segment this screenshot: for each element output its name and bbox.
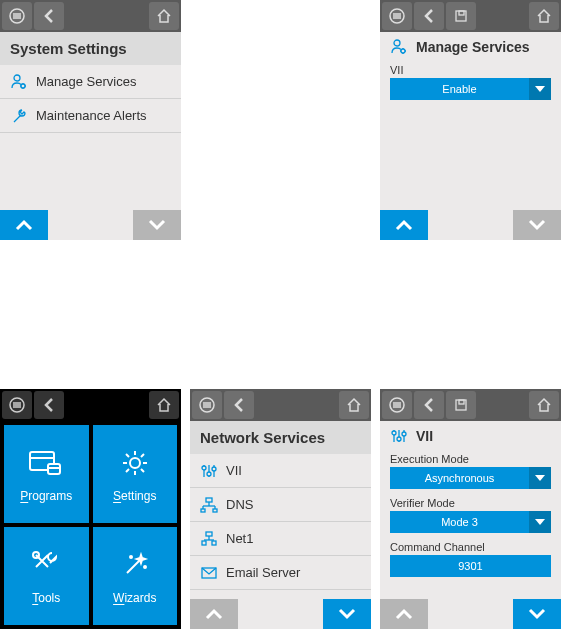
svg-point-25 [394,40,400,46]
chevron-down-icon [529,78,551,100]
settings-list: Manage Services Maintenance Alerts [0,65,181,133]
back-button[interactable] [414,391,444,419]
svg-rect-58 [206,532,212,536]
field-label-command-channel: Command Channel [380,539,561,555]
user-gear-icon [10,73,28,91]
nav-arrows [380,599,561,629]
menu-button[interactable] [2,2,32,30]
back-button[interactable] [224,391,254,419]
nav-down-button[interactable] [513,599,561,629]
field-label-verifier-mode: Verifier Mode [380,495,561,511]
net-node-alt-icon [200,530,218,548]
list-item-net1[interactable]: Net1 [190,522,371,556]
list-item-label: Manage Services [36,74,136,89]
home-button[interactable] [149,2,179,30]
list-item-label: Net1 [226,531,253,546]
svg-point-73 [397,437,401,441]
svg-point-40 [144,566,146,568]
tile-settings[interactable]: Settings [93,425,178,523]
svg-marker-76 [535,475,545,481]
svg-point-50 [212,467,216,471]
svg-rect-24 [459,11,464,15]
back-button[interactable] [34,2,64,30]
list-item-maintenance-alerts[interactable]: Maintenance Alerts [0,99,181,133]
save-button[interactable] [446,2,476,30]
sliders-icon [390,427,408,445]
section-title: System Settings [0,32,181,65]
chevron-down-icon [529,511,551,533]
nav-down-button [513,210,561,240]
list-item-label: Email Server [226,565,300,580]
nav-down-button[interactable] [323,599,371,629]
menu-button[interactable] [192,391,222,419]
command-channel-value[interactable]: 9301 [390,555,551,577]
network-list: VII DNS Net1 Email Server [190,454,371,590]
tile-label-underline: W [113,591,124,605]
menu-button[interactable] [2,391,32,419]
titlebar [190,389,371,421]
svg-rect-56 [201,509,205,512]
list-item-label: VII [226,463,242,478]
tile-label: ools [38,591,60,605]
svg-marker-77 [535,519,545,525]
net-node-icon [200,496,218,514]
menu-button[interactable] [382,2,412,30]
tile-label-underline: S [113,489,121,503]
svg-point-26 [401,49,405,53]
svg-point-71 [392,431,396,435]
tile-label: rograms [28,489,72,503]
tile-tools[interactable]: Tools [4,527,89,625]
dropdown-value: Mode 3 [390,511,529,533]
titlebar [0,0,181,32]
svg-point-36 [130,458,140,468]
page-title: Manage Services [380,32,561,62]
field-label-execution-mode: Execution Mode [380,451,561,467]
user-gear-icon [390,38,408,56]
svg-point-75 [402,432,406,436]
list-item-vii[interactable]: VII [190,454,371,488]
tile-label: izards [124,591,156,605]
nav-up-button[interactable] [380,210,428,240]
svg-line-38 [127,559,141,573]
list-item-label: Maintenance Alerts [36,108,147,123]
svg-point-39 [130,556,132,558]
tile-wizards[interactable]: Wizards [93,527,178,625]
home-tile-grid: Programs Settings Tools Wizards [0,421,181,629]
back-button[interactable] [414,2,444,30]
mail-icon [200,564,218,582]
list-item-manage-services[interactable]: Manage Services [0,65,181,99]
svg-rect-57 [213,509,217,512]
sliders-icon [200,462,218,480]
nav-arrows [190,599,371,629]
home-button[interactable] [339,391,369,419]
svg-point-48 [207,472,211,476]
nav-up-button [190,599,238,629]
save-button[interactable] [446,391,476,419]
nav-arrows [380,210,561,240]
back-button[interactable] [34,391,64,419]
wizard-icon [119,547,151,583]
titlebar [0,389,181,421]
tile-programs[interactable]: Programs [4,425,89,523]
nav-up-button[interactable] [0,210,48,240]
svg-point-46 [202,466,206,470]
svg-rect-61 [202,541,206,545]
nav-down-button [133,210,181,240]
home-button[interactable] [529,391,559,419]
page-title-label: Manage Services [416,39,530,55]
nav-arrows [0,210,181,240]
wrench-icon [10,107,28,125]
programs-icon [28,445,64,481]
home-button[interactable] [149,391,179,419]
list-item-email-server[interactable]: Email Server [190,556,371,590]
dropdown-value: Enable [390,78,529,100]
titlebar [380,0,561,32]
gear-icon [119,445,151,481]
verifier-mode-dropdown[interactable]: Mode 3 [390,511,551,533]
execution-mode-dropdown[interactable]: Asynchronous [390,467,551,489]
vii-dropdown[interactable]: Enable [390,78,551,100]
list-item-dns[interactable]: DNS [190,488,371,522]
home-button[interactable] [529,2,559,30]
svg-rect-51 [206,498,212,502]
menu-button[interactable] [382,391,412,419]
